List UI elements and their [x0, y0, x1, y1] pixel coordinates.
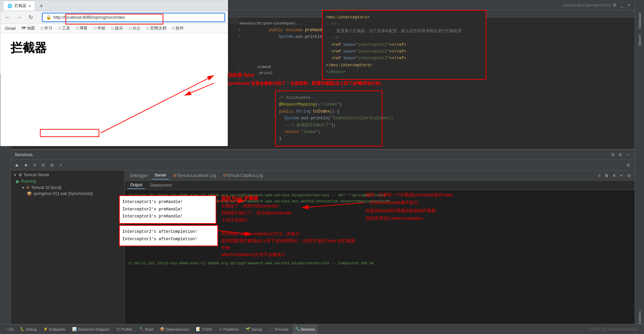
status-sequence[interactable]: 📊 Sequence Diagram [69, 324, 112, 334]
status-debug[interactable]: 🐛 Debug [17, 324, 39, 334]
database-panel-label[interactable]: Database [636, 10, 643, 31]
forward-button[interactable]: → [14, 13, 24, 22]
layout-icon2[interactable]: ⊟ [626, 173, 632, 179]
server-icon: 🖥 [18, 173, 22, 177]
profiler-icon: ⏱ [116, 327, 120, 331]
log-interceptor1-after: Interceptor1's afterCompletion! [122, 236, 215, 243]
services-minimize-icon[interactable]: — [625, 152, 631, 158]
browser-tab-active[interactable]: 🌐 拦截器 × [3, 1, 35, 11]
services-label: Services [301, 327, 315, 331]
status-problems[interactable]: ⚠ Problems [216, 324, 241, 334]
wrap-icon[interactable]: ↵ [619, 173, 625, 179]
endpoints-label: Endpoints [49, 327, 65, 331]
tree-springmvc-app[interactable]: 📦 springmvc-011:war [Synchronize] [11, 191, 124, 197]
tree-springmvc-label: springmvc-011:war [Synchronize] [33, 191, 93, 196]
status-terminal[interactable]: ⬛ Terminal [266, 324, 291, 334]
maven-panel-label[interactable]: Maven [636, 32, 643, 48]
services-header-icons: ⚙ ⚙ — [610, 152, 631, 158]
services-toolbar: ▶ ■ ↺ ⊟ ⊞ + ⊟ [11, 160, 635, 171]
bookmark-software[interactable]: □ 软件 [170, 25, 187, 32]
log-interceptor2-prehandle: Interceptor2's preHandle! [122, 206, 213, 213]
profiler-label: Profiler [121, 327, 133, 331]
status-spring[interactable]: 🌱 Spring [243, 324, 265, 334]
output-tab-output[interactable]: Output [127, 182, 145, 189]
bookmark-docs[interactable]: □ 官网文档 [144, 25, 169, 32]
tree-tomcat10[interactable]: ▼ ⚙ Tomcat 10 [local] [11, 185, 124, 191]
stop-icon[interactable]: ■ [22, 161, 30, 169]
bookmark-gmail[interactable]: Gmail [2, 25, 18, 31]
output-tabs: Output Deployment [125, 181, 635, 190]
bookmark-maps[interactable]: 🗺 地图 [19, 25, 37, 32]
status-dependencies[interactable]: 📦 Dependencies [157, 324, 192, 334]
ctrl-comment: // RainbowSea [279, 94, 378, 101]
xml-line-3: 配置多个拦截器，这个是基本配置，默认是所有请求都会进行拦截处理 [326, 28, 482, 35]
expand-icon[interactable]: ⊞ [48, 161, 56, 169]
status-endpoints[interactable]: ⚡ Endpoints [41, 324, 68, 334]
sequence-icon: 📊 [72, 327, 77, 331]
browser-tab-icon: 🌐 [7, 4, 12, 8]
tab-debugger-label: Debugger [130, 173, 148, 178]
layout-icon[interactable]: ⊟ [625, 161, 632, 169]
xml-config-box: <mvc:interceptors> <!-- 配置多个拦截器，这个是基本配置，… [322, 10, 486, 80]
browser-tab-close[interactable]: × [29, 4, 31, 8]
tab-server-label: Server [155, 173, 166, 178]
right-sidebar: Database Maven Notifications [635, 0, 644, 334]
bookmark-study[interactable]: □ 学习 [38, 25, 55, 32]
tab-tomcat-catalina-log[interactable]: ⚙ Tomcat Catalina Log [220, 172, 266, 180]
status-profiler[interactable]: ⏱ Profiler [114, 324, 136, 334]
right-pane-line-partial: preHandle(HttpServletReques... [235, 21, 302, 25]
deployment-tab-label: Deployment [150, 183, 172, 188]
run-icon[interactable]: ▶ [13, 161, 21, 169]
tab-server[interactable]: Server [152, 172, 169, 180]
xml-line-2: <!-- [326, 21, 482, 27]
refresh-button[interactable]: ↻ [26, 13, 35, 22]
settings-icon[interactable]: ⚙ [612, 2, 618, 8]
build-label: Build [145, 327, 153, 331]
output-tab-deployment[interactable]: Deployment [148, 182, 174, 189]
bookmark-tools[interactable]: □ 工具 [56, 25, 73, 32]
minimize-icon[interactable]: _ [619, 2, 625, 8]
restart-icon[interactable]: ↺ [31, 161, 38, 169]
scroll-icon[interactable]: ≡ [596, 173, 602, 179]
status-todo[interactable]: 📝 TODO [193, 324, 215, 334]
close-icon[interactable]: × [626, 2, 632, 8]
services-gear-icon[interactable]: ⚙ [617, 152, 623, 158]
bookmark-blog[interactable]: □ 博客 [73, 25, 91, 32]
browser-tab-title: 拦截器 [14, 3, 26, 9]
clear-icon[interactable]: 🗑 [604, 173, 610, 179]
ctrl-line-4: return "index"; [279, 129, 378, 135]
tomcat-log-icon: ⚙ [173, 173, 177, 178]
browser-window: 🌐 拦截器 × + ← → ↻ 🔒 http://localhost:8080/… [0, 0, 228, 74]
ctrl-line-3: System.out.println("IndexController#toIn… [279, 115, 378, 129]
tree-arrow-server: ▼ [13, 173, 17, 177]
pause-icon[interactable]: ⏸ [611, 173, 617, 179]
endpoints-icon: ⚡ [43, 327, 48, 331]
xml-line-1: <mvc:interceptors> [326, 14, 482, 21]
add-icon[interactable]: + [57, 161, 64, 169]
bookmark-school[interactable]: □ 学校 [91, 25, 108, 32]
tab-tomcat-localhost-log[interactable]: ⚙ Tomcat Localhost Log [170, 172, 219, 180]
services-settings-icon[interactable]: ⚙ [610, 152, 616, 158]
bookmark-fun[interactable]: □ 娱乐 [109, 25, 126, 32]
status-services[interactable]: 🔧 Services [292, 324, 318, 334]
services-tabs-bar: Debugger Server ⚙ Tomcat Localhost Log ⚙… [125, 171, 635, 181]
bookmarks-bar: Gmail 🗺 地图 □ 学习 □ 工具 □ 博客 □ 学校 □ 娱乐 □ 办公… [0, 24, 228, 33]
tree-running-label: Running [21, 179, 36, 184]
aftercompletion-box: Interceptor2's afterCompletion! Intercep… [119, 225, 218, 246]
back-button[interactable]: ← [3, 13, 12, 22]
tree-running[interactable]: ▶ Running [11, 178, 124, 185]
xml-line-6: <ref bean="interceptor2"></ref> [326, 48, 482, 55]
url-bar-container[interactable]: 🔒 http://localhost:8080/springmvc/index [42, 13, 225, 22]
tree-tomcat-server[interactable]: ▼ 🖥 Tomcat Server [11, 172, 124, 178]
filter-icon[interactable]: ⊟ [40, 161, 47, 169]
xml-line-9: </beans> [326, 69, 482, 75]
git-label: Git [9, 327, 13, 331]
tree-tomcat10-label: Tomcat 10 [local] [31, 185, 61, 190]
new-tab-button[interactable]: + [37, 1, 46, 11]
status-build[interactable]: 🔨 Build [137, 324, 156, 334]
tab-debugger[interactable]: Debugger [127, 172, 151, 180]
tab-tomcat-localhost-label: Tomcat Localhost Log [177, 173, 216, 178]
status-git[interactable]: ⑂ Git [3, 324, 16, 334]
bookmark-office[interactable]: □ 办公 [126, 25, 144, 32]
dependencies-label: Dependencies [166, 327, 189, 331]
